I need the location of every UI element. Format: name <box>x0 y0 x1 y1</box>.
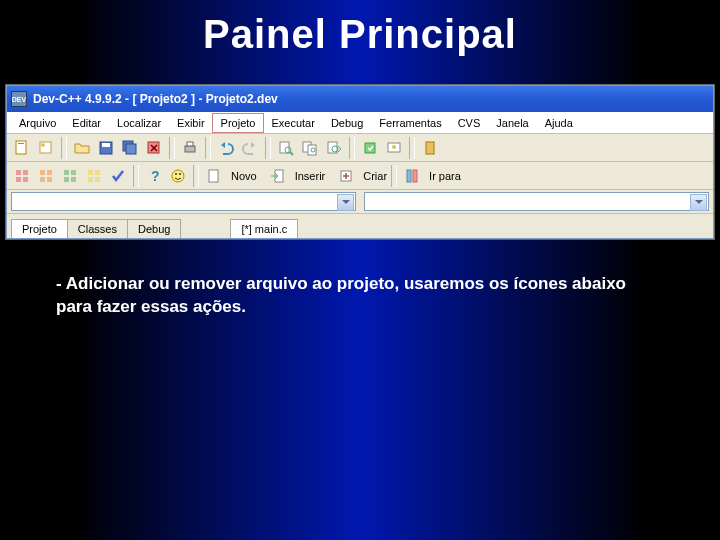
svg-rect-34 <box>71 177 76 182</box>
svg-rect-29 <box>40 177 45 182</box>
save-all-icon[interactable] <box>119 137 141 159</box>
svg-rect-28 <box>47 170 52 175</box>
help-icon[interactable]: ? <box>143 165 165 187</box>
devcpp-window: DEV Dev-C++ 4.9.9.2 - [ Projeto2 ] - Pro… <box>6 85 714 239</box>
svg-point-21 <box>392 145 396 149</box>
svg-rect-19 <box>365 143 375 153</box>
separator <box>193 165 199 187</box>
side-tabs: Projeto Classes Debug <box>11 219 180 238</box>
tab-row: Projeto Classes Debug [*] main.c <box>7 214 713 238</box>
separator <box>61 137 67 159</box>
save-icon[interactable] <box>95 137 117 159</box>
check-icon[interactable] <box>107 165 129 187</box>
slide-title: Painel Principal <box>0 0 720 57</box>
svg-text:?: ? <box>151 168 160 184</box>
slide-caption: - Adicionar ou remover arquivo ao projet… <box>0 239 720 319</box>
grid-green-icon[interactable] <box>59 165 81 187</box>
menu-janela[interactable]: Janela <box>488 114 536 132</box>
criar-label: Criar <box>363 170 387 182</box>
svg-rect-10 <box>187 142 193 146</box>
redo-icon[interactable] <box>239 137 261 159</box>
debug-icon[interactable] <box>419 137 441 159</box>
inserir-label: Inserir <box>295 170 326 182</box>
toolbar-secondary: ? Novo Inserir Criar Ir para <box>7 162 713 190</box>
app-icon: DEV <box>11 91 27 107</box>
menu-editar[interactable]: Editar <box>64 114 109 132</box>
menu-arquivo[interactable]: Arquivo <box>11 114 64 132</box>
svg-rect-36 <box>95 170 100 175</box>
svg-rect-24 <box>23 170 28 175</box>
svg-point-41 <box>175 173 177 175</box>
undo-icon[interactable] <box>215 137 237 159</box>
grid-orange-icon[interactable] <box>35 165 57 187</box>
svg-rect-0 <box>16 141 26 154</box>
separator <box>349 137 355 159</box>
menu-debug[interactable]: Debug <box>323 114 371 132</box>
tab-projeto[interactable]: Projeto <box>11 219 68 238</box>
member-combo[interactable] <box>364 192 709 211</box>
menu-localizar[interactable]: Localizar <box>109 114 169 132</box>
class-combo[interactable] <box>11 192 356 211</box>
svg-rect-37 <box>88 177 93 182</box>
file-tab-main[interactable]: [*] main.c <box>230 219 298 238</box>
svg-line-13 <box>290 152 293 155</box>
separator <box>133 165 139 187</box>
open-icon[interactable] <box>71 137 93 159</box>
run-icon[interactable] <box>383 137 405 159</box>
svg-rect-7 <box>126 144 136 154</box>
compile-icon[interactable] <box>359 137 381 159</box>
print-icon[interactable] <box>179 137 201 159</box>
svg-rect-9 <box>185 146 195 152</box>
find-next-icon[interactable] <box>323 137 345 159</box>
separator <box>169 137 175 159</box>
separator <box>265 137 271 159</box>
menu-ajuda[interactable]: Ajuda <box>537 114 581 132</box>
new-source-icon[interactable] <box>11 137 33 159</box>
tab-classes[interactable]: Classes <box>67 219 128 238</box>
toolbar-main <box>7 134 713 162</box>
goto-icon[interactable] <box>401 165 423 187</box>
grid-pink-icon[interactable] <box>11 165 33 187</box>
svg-rect-33 <box>64 177 69 182</box>
window-title: Dev-C++ 4.9.9.2 - [ Projeto2 ] - Projeto… <box>33 92 278 106</box>
menu-projeto[interactable]: Projeto <box>213 114 264 132</box>
menu-executar[interactable]: Executar <box>263 114 322 132</box>
combo-row <box>7 190 713 214</box>
separator <box>391 165 397 187</box>
menu-ferramentas[interactable]: Ferramentas <box>371 114 449 132</box>
separator <box>205 137 211 159</box>
svg-rect-47 <box>413 170 417 182</box>
svg-point-40 <box>172 170 184 182</box>
menu-cvs[interactable]: CVS <box>450 114 489 132</box>
title-bar: DEV Dev-C++ 4.9.9.2 - [ Projeto2 ] - Pro… <box>7 86 713 112</box>
svg-rect-26 <box>23 177 28 182</box>
menu-bar: Arquivo Editar Localizar Exibir Projeto … <box>7 112 713 134</box>
svg-point-3 <box>41 143 45 147</box>
svg-rect-27 <box>40 170 45 175</box>
close-icon[interactable] <box>143 137 165 159</box>
novo-label: Novo <box>231 170 257 182</box>
irpara-label: Ir para <box>429 170 461 182</box>
svg-rect-30 <box>47 177 52 182</box>
create-icon[interactable] <box>335 165 357 187</box>
svg-rect-25 <box>16 177 21 182</box>
find-icon[interactable] <box>275 137 297 159</box>
svg-rect-31 <box>64 170 69 175</box>
svg-rect-43 <box>209 170 218 182</box>
svg-rect-23 <box>16 170 21 175</box>
separator <box>409 137 415 159</box>
svg-rect-46 <box>407 170 411 182</box>
svg-rect-1 <box>18 143 24 144</box>
tab-debug[interactable]: Debug <box>127 219 181 238</box>
new-project-icon[interactable] <box>35 137 57 159</box>
grid-yellow-icon[interactable] <box>83 165 105 187</box>
svg-rect-35 <box>88 170 93 175</box>
svg-rect-38 <box>95 177 100 182</box>
replace-icon[interactable] <box>299 137 321 159</box>
svg-rect-5 <box>102 143 110 147</box>
new-file-icon[interactable] <box>203 165 225 187</box>
svg-point-42 <box>179 173 181 175</box>
menu-exibir[interactable]: Exibir <box>169 114 213 132</box>
insert-icon[interactable] <box>267 165 289 187</box>
about-icon[interactable] <box>167 165 189 187</box>
